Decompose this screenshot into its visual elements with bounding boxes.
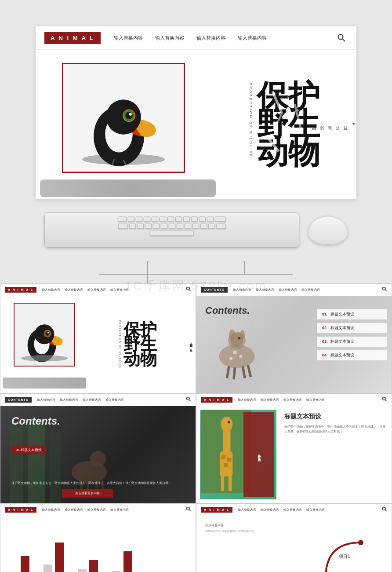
- mini-nav-item: 输入替换内容: [105, 398, 124, 402]
- chart-bar: [55, 543, 64, 572]
- slide5-body: LOREM IPSUM DOLOR SIT AMET, SED CONGUE S…: [0, 516, 196, 572]
- svg-point-23: [47, 332, 49, 334]
- svg-point-59: [221, 417, 233, 432]
- key: [169, 224, 175, 229]
- svg-point-25: [21, 355, 68, 361]
- mini-nav-item: 输入替换内容: [83, 398, 101, 402]
- mini-nav-item: 输入替换内容: [283, 508, 302, 512]
- svg-line-44: [189, 400, 191, 401]
- svg-point-0: [338, 35, 343, 40]
- slide3-button[interactable]: 点击查看更多内容: [62, 489, 113, 498]
- deer-svg: [201, 305, 289, 384]
- key: [167, 216, 174, 222]
- svg-line-29: [385, 290, 387, 291]
- mini-header-5: A N I M A L 输入替换内容 输入替换内容 输入替换内容 输入替换内容: [0, 504, 196, 516]
- slide4-title: 标题文本预设: [284, 413, 387, 421]
- hero-bird-section: [36, 50, 220, 199]
- thumb-slide-4[interactable]: A N I M A L 输入替换内容 输入替换内容 输入替换内容 输入替换内容: [196, 393, 392, 503]
- svg-point-66: [187, 507, 190, 510]
- svg-line-15: [266, 136, 279, 151]
- mini-brand-6: A N I M A L: [201, 507, 232, 513]
- hero-slide: A N I M A L 输入替换内容 输入替换内容 输入替换内容 输入替换内容: [36, 26, 356, 199]
- thumb-slide-6[interactable]: A N I M A L 输入替换内容 输入替换内容 输入替换内容 输入替换内容 …: [196, 503, 392, 572]
- mini-nav-item: 输入替换内容: [238, 508, 256, 512]
- slide4-right: 标题文本预设 保护野生动物，维护生态安全！野生动物是人类的朋友！同在地球上，共享…: [280, 406, 392, 503]
- mini-search-icon-5[interactable]: [186, 506, 191, 513]
- mini-nav-5: 输入替换内容 输入替换内容 输入替换内容 输入替换内容: [42, 508, 181, 512]
- thumb-slide-5[interactable]: A N I M A L 输入替换内容 输入替换内容 输入替换内容 输入替换内容: [0, 503, 196, 572]
- mini-nav-item: 输入替换内容: [60, 398, 78, 402]
- svg-rect-62: [224, 463, 228, 468]
- key: [161, 224, 167, 229]
- nav-item-4[interactable]: 输入替换内容: [238, 35, 267, 41]
- svg-point-70: [358, 540, 363, 545]
- key: [136, 216, 142, 222]
- mini-sidebar-text: 自制创意公益PPT模板: [189, 342, 194, 347]
- nav-item-1[interactable]: 输入替换内容: [114, 35, 143, 41]
- svg-point-42: [240, 330, 245, 340]
- deer-silhouette-area: [201, 305, 289, 384]
- key: [192, 224, 199, 229]
- chart-area: [9, 529, 187, 572]
- brand-logo: A N I M A L: [44, 32, 101, 44]
- mini-brand-3: CONTENTS: [5, 397, 32, 403]
- mini-hero-title: 保护野生动物: [123, 323, 157, 367]
- nav-item-3[interactable]: 输入替换内容: [196, 35, 225, 41]
- key-row-3: [50, 231, 294, 236]
- slide4-red-overlay: 保护野生动物: [243, 412, 274, 497]
- key: [191, 216, 198, 222]
- svg-line-32: [227, 367, 229, 378]
- mini-search-icon-3[interactable]: [186, 396, 191, 403]
- slide4-para: 保护野生动物，维护生态安全！野生动物是人类的朋友！同在地球上，共享大自然！保护野…: [284, 424, 387, 434]
- svg-point-49: [90, 451, 106, 467]
- wildlife-vertical-text: PROTECTION OF WILDLIFE: [249, 83, 253, 166]
- svg-line-13: [276, 114, 282, 126]
- thumb-slide-1[interactable]: A N I M A L 输入替换内容 输入替换内容 输入替换内容 输入替换内容: [0, 283, 196, 393]
- key: [129, 224, 136, 229]
- svg-point-65: [228, 421, 230, 424]
- mini-nav-item: 输入替换内容: [306, 398, 325, 402]
- svg-line-34: [243, 367, 245, 378]
- key: [185, 224, 191, 229]
- mini-search-icon-6[interactable]: [382, 506, 387, 513]
- contents-item-2: 02. 标题文本预设: [317, 323, 387, 333]
- svg-rect-64: [229, 474, 232, 491]
- mini-bird-area: [0, 296, 88, 393]
- svg-line-14: [294, 104, 301, 129]
- dot-right: [245, 275, 245, 283]
- chart-bar: [78, 569, 87, 572]
- mini-bird-frame: [14, 303, 75, 367]
- mini-search-icon-4[interactable]: [382, 396, 387, 403]
- thumb-slide-2[interactable]: CONTENTS 输入替换内容 输入替换内容 输入替换内容 输入替换内容: [196, 283, 392, 393]
- mini-nav-item: 输入替换内容: [37, 398, 55, 402]
- svg-point-28: [383, 287, 386, 290]
- thumb-slide-3[interactable]: CONTENTS 输入替换内容 输入替换内容 输入替换内容 输入替换内容: [0, 393, 196, 503]
- slide-header: A N I M A L 输入替换内容 输入替换内容 输入替换内容 输入替换内容: [36, 26, 356, 50]
- key: [137, 224, 144, 229]
- mini-nav-1: 输入替换内容 输入替换内容 输入替换内容 输入替换内容: [42, 288, 181, 292]
- key: [207, 216, 214, 222]
- mini-brand-4: A N I M A L: [201, 397, 232, 403]
- svg-rect-60: [221, 455, 225, 459]
- slide3-body-text: 保护野生动物，维护生态安全！野生动物是人类的朋友！同在地球上，共享大自然！保护野…: [11, 481, 185, 486]
- mini-nav-item: 输入替换内容: [256, 288, 274, 292]
- mini-nav-item: 输入替换内容: [110, 508, 129, 512]
- mini-nav-6: 输入替换内容 输入替换内容 输入替换内容 输入替换内容: [238, 508, 377, 512]
- mini-search-icon-1[interactable]: [186, 286, 191, 293]
- mini-nav-item: 输入替换内容: [301, 288, 320, 292]
- mini-header-3: CONTENTS 输入替换内容 输入替换内容 输入替换内容 输入替换内容: [0, 394, 196, 406]
- slide2-body: Contents. 01. 标题文本预设 02. 标题文本预设 03. 标题文本…: [196, 296, 392, 393]
- project-arc-svg: 项目1: [317, 534, 370, 572]
- mini-nav-4: 输入替换内容 输入替换内容 输入替换内容 输入替换内容: [238, 398, 377, 402]
- mini-search-icon-2[interactable]: [382, 286, 387, 293]
- chart-bar: [44, 565, 52, 572]
- key-row-2: [50, 224, 294, 229]
- key: [216, 224, 226, 229]
- contents-item-3: 03. 标题文本预设: [317, 337, 387, 347]
- key: [183, 216, 190, 222]
- mini-nav-item: 输入替换内容: [306, 508, 325, 512]
- slide6-arc-area: 项目1: [317, 534, 370, 572]
- mouse-image: [308, 216, 348, 245]
- search-icon[interactable]: [335, 32, 348, 44]
- nav-item-2[interactable]: 输入替换内容: [155, 35, 184, 41]
